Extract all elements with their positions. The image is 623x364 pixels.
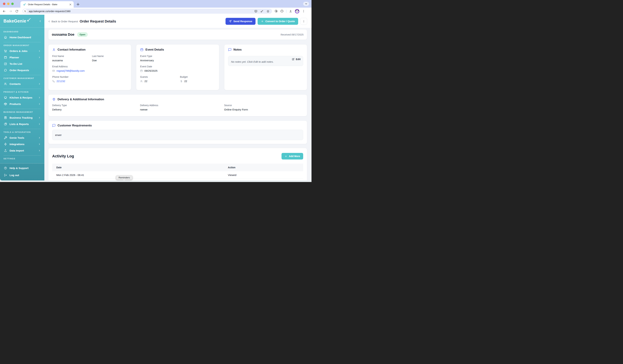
convert-to-order-button[interactable]: Convert to Order / Quote <box>258 18 298 25</box>
sidebar: BakeGenie DASHBOARDHome DashboardORDER M… <box>0 15 44 181</box>
date-column-header: Date <box>52 166 228 169</box>
event-details-card: Event Details Event Type Anniversary Eve… <box>136 44 219 90</box>
requirements-text: erwer <box>55 134 62 137</box>
requirements-text-box: erwer <box>52 130 303 140</box>
sidebar-item-label: To-Do List <box>10 62 22 65</box>
new-tab-button[interactable] <box>76 2 80 6</box>
guests-value: 22 <box>144 80 147 82</box>
password-manager-extension-icon[interactable] <box>274 10 278 13</box>
users-icon <box>4 82 7 85</box>
status-badge: Open <box>77 32 88 37</box>
sidebar-item-contacts[interactable]: Contacts <box>2 81 42 87</box>
sidebar-collapse-icon[interactable] <box>39 20 42 22</box>
sidebar-item-data-import[interactable]: Data Import <box>2 147 42 154</box>
source-value: Online Enquiry Form <box>224 108 303 111</box>
sidebar-item-label: Genie Tools <box>10 136 24 139</box>
customer-requirements-card: Customer Requirements erwer <box>48 121 307 144</box>
sidebar-item-help-support[interactable]: Help & Support <box>2 164 42 172</box>
requester-name: oussama Doe <box>52 33 74 37</box>
add-more-button[interactable]: Add More <box>282 153 303 160</box>
event-type-value: Anniversary <box>140 59 215 62</box>
browser-menu-icon[interactable] <box>302 10 305 13</box>
window-bottom-edge <box>0 181 312 182</box>
browser-back-button[interactable] <box>2 10 6 13</box>
send-response-button[interactable]: Send Response <box>225 18 256 25</box>
chevron-right-icon <box>38 137 41 139</box>
password-key-icon[interactable] <box>260 10 264 13</box>
phone-link[interactable]: 221232 <box>57 80 65 82</box>
sidebar-item-lists-reports[interactable]: Lists & Reports <box>2 121 42 127</box>
sidebar-item-planner[interactable]: Planner <box>2 54 42 61</box>
sidebar-divider <box>3 42 41 42</box>
sidebar-item-order-requests[interactable]: Order Requests <box>2 67 42 73</box>
sidebar-item-home-dashboard[interactable]: Home Dashboard <box>2 34 42 40</box>
kebab-icon <box>302 20 305 23</box>
bookmark-star-icon[interactable] <box>267 10 269 13</box>
sidebar-item-label: Products <box>10 102 21 105</box>
notes-bubble-icon <box>228 48 232 51</box>
back-chevron-icon <box>48 20 50 23</box>
browser-reload-button[interactable] <box>15 10 18 13</box>
window-close-button[interactable] <box>3 3 5 5</box>
downloads-icon[interactable] <box>289 10 292 13</box>
tab-close-icon[interactable] <box>69 3 72 6</box>
sidebar-footer: Help & SupportLog out <box>0 163 44 181</box>
window-minimize-button[interactable] <box>7 3 10 5</box>
chat-bubble-icon <box>4 69 7 72</box>
delivery-card: Delivery & Additional Information Delive… <box>48 94 307 116</box>
sidebar-logo[interactable]: BakeGenie <box>0 15 44 27</box>
email-link[interactable]: rogowij798@baxidy.com <box>57 69 85 72</box>
sidebar-item-products[interactable]: Products <box>2 101 42 107</box>
sidebar-item-kitchen-recipes[interactable]: Kitchen & Recipes <box>2 94 42 101</box>
sidebar-item-integrations[interactable]: Integrations <box>2 141 42 147</box>
delivery-type-value: Delivery <box>52 108 140 111</box>
requirements-card-title: Customer Requirements <box>58 124 92 127</box>
sidebar-item-orders-jobs[interactable]: Orders & Jobs <box>2 48 42 54</box>
chevron-right-icon <box>38 56 41 59</box>
edit-pencil-icon <box>292 58 294 61</box>
received-date: Received 09/17/2025 <box>281 33 304 36</box>
url-text[interactable]: app.bakegenie.co/order-requests/1580 <box>29 10 254 13</box>
tab-search-button[interactable] <box>303 2 309 6</box>
more-actions-button[interactable] <box>300 18 307 25</box>
browser-forward-button[interactable] <box>9 10 12 13</box>
pie-chart-icon <box>4 122 7 126</box>
window-controls <box>3 3 14 5</box>
plus-icon <box>261 20 264 23</box>
sidebar-item-to-do-list[interactable]: To-Do List <box>2 61 42 67</box>
activity-log-title: Activity Log <box>52 154 74 159</box>
action-column-header: Action <box>228 166 303 169</box>
notes-edit-button[interactable]: Edit <box>292 58 301 61</box>
edit-label: Edit <box>296 58 301 61</box>
logo-text: BakeGenie <box>3 19 26 23</box>
reminders-tooltip: Reminders <box>116 175 133 180</box>
window-zoom-button[interactable] <box>11 3 14 5</box>
extensions-icon[interactable] <box>280 10 284 13</box>
logout-icon <box>4 174 7 177</box>
install-app-icon[interactable] <box>254 10 257 13</box>
sidebar-item-business-tracking[interactable]: Business Tracking <box>2 115 42 121</box>
sidebar-item-log-out[interactable]: Log out <box>2 172 42 179</box>
chevron-right-icon <box>38 143 41 145</box>
chevron-right-icon <box>38 97 41 99</box>
browser-tab[interactable]: Order Request Details - Bake <box>21 1 74 8</box>
logo-sparkles-icon <box>26 18 31 22</box>
chevron-right-icon <box>38 123 41 125</box>
sidebar-item-genie-tools[interactable]: Genie Tools <box>2 135 42 141</box>
profile-avatar[interactable] <box>295 9 299 14</box>
source-label: Source <box>224 104 303 107</box>
url-bar[interactable]: app.bakegenie.co/order-requests/1580 <box>22 9 272 14</box>
chevron-down-icon <box>305 2 308 5</box>
contact-card-title: Contact Information <box>58 48 86 51</box>
page-title: Order Request Details <box>80 20 116 23</box>
last-name-value: Doe <box>92 59 127 62</box>
delivery-type-label: Delivery Type <box>52 104 140 107</box>
add-plus-icon <box>285 155 287 158</box>
sidebar-section-label-dashboard: DASHBOARD <box>3 31 41 33</box>
browser-toolbar: app.bakegenie.co/order-requests/1580 <box>0 8 312 15</box>
map-pin-icon <box>52 98 56 101</box>
site-settings-button[interactable] <box>23 9 27 13</box>
sidebar-item-label: Business Tracking <box>10 116 33 119</box>
back-link[interactable]: Back to Order Request <box>48 20 78 23</box>
page-content: oussama Doe Open Received 09/17/2025 Con… <box>44 28 312 181</box>
